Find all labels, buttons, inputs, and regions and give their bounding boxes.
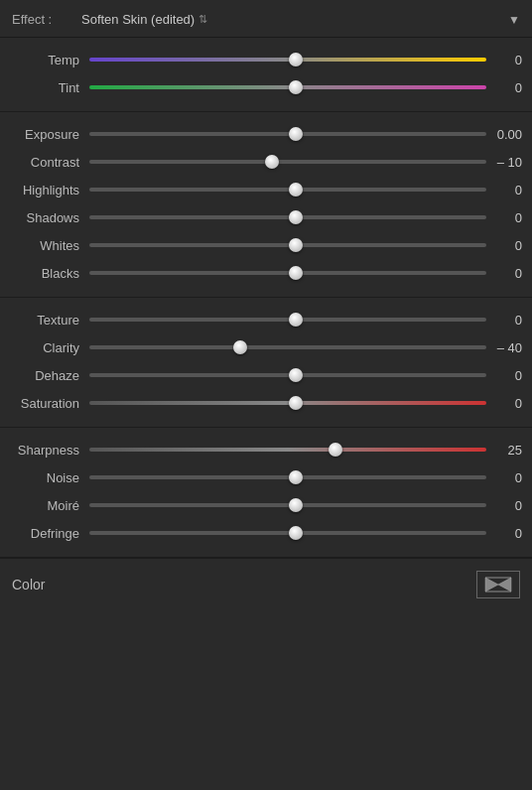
tint-track[interactable] bbox=[89, 85, 486, 89]
noise-thumb[interactable] bbox=[289, 470, 303, 484]
moire-label: Moiré bbox=[10, 498, 89, 513]
effect-dropdown-arrow[interactable]: ⇅ bbox=[199, 13, 207, 26]
slider-row-exposure: Exposure 0.00 bbox=[0, 120, 532, 148]
clarity-thumb[interactable] bbox=[233, 340, 247, 354]
saturation-value: 0 bbox=[486, 396, 522, 411]
whites-value: 0 bbox=[486, 238, 522, 253]
temp-label: Temp bbox=[10, 53, 89, 67]
slider-row-blacks: Blacks 0 bbox=[0, 259, 532, 287]
blacks-label: Blacks bbox=[10, 266, 89, 281]
panel-dropdown-arrow[interactable]: ▼ bbox=[508, 13, 520, 27]
temp-tint-section: Temp 0 Tint 0 bbox=[0, 38, 532, 112]
color-label: Color bbox=[12, 577, 45, 592]
saturation-label: Saturation bbox=[10, 396, 89, 411]
color-icon-button[interactable] bbox=[476, 571, 520, 598]
slider-row-defringe: Defringe 0 bbox=[0, 519, 532, 547]
dehaze-value: 0 bbox=[486, 368, 522, 383]
sharpness-value: 25 bbox=[486, 443, 522, 458]
contrast-label: Contrast bbox=[10, 155, 89, 170]
blacks-slider-wrap[interactable] bbox=[89, 264, 486, 282]
blacks-thumb[interactable] bbox=[289, 266, 303, 280]
clarity-value: – 40 bbox=[486, 340, 522, 355]
blacks-value: 0 bbox=[486, 266, 522, 281]
exposure-slider-wrap[interactable] bbox=[89, 125, 486, 143]
defringe-track[interactable] bbox=[89, 531, 486, 535]
shadows-thumb[interactable] bbox=[289, 210, 303, 224]
clarity-track[interactable] bbox=[89, 345, 486, 349]
color-row: Color bbox=[0, 558, 532, 610]
slider-row-temp: Temp 0 bbox=[0, 46, 532, 73]
defringe-label: Defringe bbox=[10, 526, 89, 541]
dehaze-thumb[interactable] bbox=[289, 368, 303, 382]
tint-value: 0 bbox=[486, 80, 522, 95]
highlights-track[interactable] bbox=[89, 188, 486, 192]
effect-row: Effect : Soften Skin (edited) ⇅ ▼ bbox=[0, 6, 532, 38]
slider-row-noise: Noise 0 bbox=[0, 463, 532, 491]
temp-value: 0 bbox=[486, 53, 522, 67]
slider-row-moire: Moiré 0 bbox=[0, 491, 532, 519]
saturation-track[interactable] bbox=[89, 401, 486, 405]
contrast-value: – 10 bbox=[486, 155, 522, 170]
noise-track[interactable] bbox=[89, 475, 486, 479]
temp-thumb[interactable] bbox=[289, 53, 303, 66]
effect-preset-name: Soften Skin (edited) bbox=[81, 12, 195, 27]
texture-label: Texture bbox=[10, 313, 89, 328]
slider-row-contrast: Contrast – 10 bbox=[0, 148, 532, 176]
highlights-slider-wrap[interactable] bbox=[89, 181, 486, 198]
exposure-track[interactable] bbox=[89, 132, 486, 136]
defringe-thumb[interactable] bbox=[289, 526, 303, 540]
exposure-value: 0.00 bbox=[486, 127, 522, 142]
highlights-label: Highlights bbox=[10, 183, 89, 198]
blacks-track[interactable] bbox=[89, 271, 486, 275]
whites-slider-wrap[interactable] bbox=[89, 236, 486, 254]
tint-thumb[interactable] bbox=[289, 80, 303, 94]
saturation-slider-wrap[interactable] bbox=[89, 394, 486, 412]
sharpness-label: Sharpness bbox=[10, 443, 89, 458]
detail-section: Sharpness 25 Noise 0 Moiré bbox=[0, 428, 532, 558]
defringe-slider-wrap[interactable] bbox=[89, 524, 486, 542]
temp-slider-wrap[interactable] bbox=[89, 51, 486, 68]
moire-track[interactable] bbox=[89, 503, 486, 507]
slider-row-whites: Whites 0 bbox=[0, 231, 532, 259]
noise-label: Noise bbox=[10, 470, 89, 485]
clarity-label: Clarity bbox=[10, 340, 89, 355]
moire-thumb[interactable] bbox=[289, 498, 303, 512]
panel: Effect : Soften Skin (edited) ⇅ ▼ Temp 0… bbox=[0, 0, 532, 616]
contrast-slider-wrap[interactable] bbox=[89, 153, 486, 171]
svg-marker-1 bbox=[498, 578, 511, 592]
noise-value: 0 bbox=[486, 470, 522, 485]
slider-row-saturation: Saturation 0 bbox=[0, 389, 532, 417]
exposure-thumb[interactable] bbox=[289, 127, 303, 141]
texture-thumb[interactable] bbox=[289, 313, 303, 327]
whites-track[interactable] bbox=[89, 243, 486, 247]
effect-value: Soften Skin (edited) ⇅ bbox=[81, 12, 508, 27]
clarity-slider-wrap[interactable] bbox=[89, 338, 486, 356]
dehaze-track[interactable] bbox=[89, 373, 486, 377]
shadows-label: Shadows bbox=[10, 210, 89, 225]
shadows-slider-wrap[interactable] bbox=[89, 208, 486, 226]
whites-thumb[interactable] bbox=[289, 238, 303, 252]
dehaze-slider-wrap[interactable] bbox=[89, 366, 486, 384]
noise-slider-wrap[interactable] bbox=[89, 468, 486, 486]
color-mask-icon bbox=[483, 576, 513, 593]
highlights-thumb[interactable] bbox=[289, 183, 303, 197]
texture-track[interactable] bbox=[89, 318, 486, 322]
contrast-track[interactable] bbox=[89, 160, 486, 164]
exposure-label: Exposure bbox=[10, 127, 89, 142]
moire-value: 0 bbox=[486, 498, 522, 513]
slider-row-clarity: Clarity – 40 bbox=[0, 333, 532, 361]
sharpness-thumb[interactable] bbox=[329, 443, 342, 457]
sharpness-slider-wrap[interactable] bbox=[89, 441, 486, 459]
tone-section: Exposure 0.00 Contrast – 10 Highlights bbox=[0, 112, 532, 298]
tint-slider-wrap[interactable] bbox=[89, 78, 486, 96]
sharpness-track[interactable] bbox=[89, 448, 486, 452]
saturation-thumb[interactable] bbox=[289, 396, 303, 410]
moire-slider-wrap[interactable] bbox=[89, 496, 486, 514]
shadows-track[interactable] bbox=[89, 215, 486, 219]
dehaze-label: Dehaze bbox=[10, 368, 89, 383]
effect-label: Effect : bbox=[12, 12, 81, 27]
texture-slider-wrap[interactable] bbox=[89, 311, 486, 329]
contrast-thumb[interactable] bbox=[265, 155, 279, 169]
highlights-value: 0 bbox=[486, 183, 522, 198]
temp-track[interactable] bbox=[89, 58, 486, 62]
